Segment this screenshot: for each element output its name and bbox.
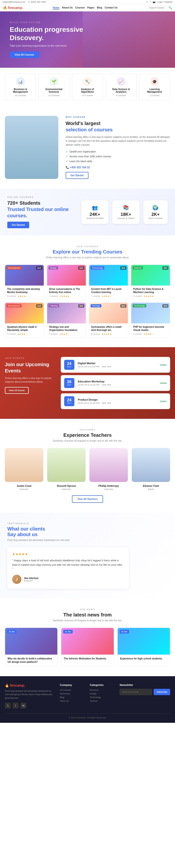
newsletter-email-input[interactable] [120, 689, 152, 695]
course-card-5[interactable]: Training $20 Strategy one and Organizati… [47, 303, 86, 338]
instagram-icon[interactable]: 📷 [153, 1, 155, 3]
course-price-6: $22 [120, 304, 126, 308]
search-input[interactable] [147, 6, 167, 10]
nav-contact[interactable]: Contact Us [105, 6, 118, 9]
course-title-3: Python for Data Science & Machine Learni… [133, 287, 168, 294]
category-name-3: Data Science & Analytics [108, 88, 134, 93]
category-card-0[interactable]: 📊 Business & Management 10 Courses [5, 73, 36, 100]
category-name-4: Learning Management [142, 88, 168, 93]
event-name-2: Product Design [78, 398, 156, 401]
event-time-1: 10:00 AM to 02:00 PM [78, 383, 99, 386]
footer-cat-1[interactable]: Design [90, 692, 115, 695]
event-item-0[interactable]: 24 Nov Digital Market 09:00 AM to 01:00 … [61, 357, 170, 373]
teacher-card-3[interactable]: Eleanor Fant Expert [132, 448, 170, 491]
course-body-7: PHP for beginners become Visual studio. … [131, 323, 170, 337]
news-grid: 21 Jan Why we decide to build a collabor… [5, 628, 170, 666]
why-get-started-button[interactable]: Get Started [66, 172, 88, 179]
nav-blog[interactable]: Blog [97, 6, 102, 9]
footer-company: Company All Courses Resources Blog About… [60, 683, 85, 709]
news-card-1[interactable]: 21 Jan The Intrinsic Motivation for Stud… [61, 628, 114, 666]
course-body-1: Drive conversations is The Entirely free… [47, 285, 86, 299]
why-description: Online learning offers a new way to expl… [66, 135, 170, 147]
events-section: JOIN EVENTS Join our Upcoming Events Onl… [0, 347, 175, 419]
category-card-4[interactable]: 🎓 Learning Management 2 Courses [139, 73, 170, 100]
teacher-card-0[interactable]: Justin Case Instructor [5, 448, 43, 491]
why-choose-section: WHY CHOOSE World's largest selection of … [0, 106, 175, 189]
course-meta-5: 5 Lessons ★★★★☆ [49, 333, 84, 335]
event-item-2[interactable]: 24 Dec Product Design 09:00 AM to 01:00 … [61, 393, 170, 409]
course-rating-7: ★★★★☆ [144, 333, 154, 335]
course-card-4[interactable]: Development $15 Quantum physics made it … [5, 303, 44, 338]
course-image-5: Training $20 [47, 303, 86, 323]
teacher-card-1[interactable]: Russell Sprout Instructor [47, 448, 86, 491]
footer-cat-0[interactable]: Business [90, 689, 115, 691]
event-item-1[interactable]: 26 Nov Education Workshop 10:00 AM to 02… [61, 375, 170, 391]
events-cta-button[interactable]: View All Events [5, 387, 29, 394]
nav-about[interactable]: About Us [62, 6, 73, 9]
footer-newsletter: Newsletter Subscribe [120, 683, 170, 709]
search-icon[interactable]: 🔍 [169, 6, 172, 9]
trending-description: Online learning offers a new way to expl… [5, 256, 170, 259]
course-rating-1: ★★★★★ [60, 295, 69, 298]
course-meta-0: 5 Lessons ★★★★☆ [7, 295, 42, 298]
event-day-2: 24 [67, 398, 72, 402]
check-icon-2: ✓ [66, 155, 68, 158]
news-card-2[interactable]: 21 Jan Experience for high school studen… [117, 628, 170, 666]
footer-company-heading: Company [60, 683, 85, 686]
event-status-0: Online [160, 364, 167, 366]
category-card-1[interactable]: 🌱 Environmental Sciences 10 Courses [38, 73, 69, 100]
footer-facebook-icon[interactable]: f [12, 703, 19, 709]
course-card-3[interactable]: Science $35 Python for Data Science & Ma… [131, 265, 170, 300]
course-image-7: Technology $18 [131, 303, 170, 323]
logo-icon: 🔥 [3, 6, 7, 10]
news-section: THE NEWS The latest news from Sarritivel… [0, 598, 175, 676]
view-all-teachers-button[interactable]: View All Teachers [72, 495, 103, 503]
footer-twitter-icon[interactable]: 𝕏 [5, 703, 11, 709]
category-card-2[interactable]: 🔧 Analysis of Algorithms 10 Courses [72, 73, 103, 100]
facebook-icon[interactable]: f [150, 1, 151, 3]
hero-subtitle: Take your learning organization to the n… [10, 44, 92, 47]
footer-link-2[interactable]: Blog [60, 696, 85, 699]
course-card-7[interactable]: Technology $18 PHP for beginners become … [131, 303, 170, 338]
nav-courses[interactable]: Courses [75, 6, 85, 9]
nav-pages[interactable]: Pages [87, 6, 94, 9]
stats-cta-button[interactable]: Get Started [7, 222, 29, 228]
course-image-3: Science $35 [131, 265, 170, 285]
footer-link-1[interactable]: Resources [60, 692, 85, 695]
course-card-2[interactable]: Technology $25 Scratch from MIT is Laced… [89, 265, 128, 300]
course-card-0[interactable]: Development $12 The completely web devel… [5, 265, 44, 300]
course-card-1[interactable]: Design $18 Drive conversations is The En… [47, 265, 86, 300]
logo: 🔥 firecamp. [3, 6, 23, 10]
stat-icon-0: 👥 [86, 205, 104, 211]
login-link[interactable]: Login / Register [157, 1, 173, 3]
category-icon-1: 🌱 [50, 77, 58, 86]
hero-cta-button[interactable]: View All Courses [10, 52, 39, 58]
course-rating-6: ★★★★★ [102, 333, 112, 335]
why-choose-person [5, 116, 58, 179]
event-name-0: Digital Market [78, 362, 156, 365]
footer-instagram-icon[interactable]: 📷 [21, 703, 26, 709]
course-rating-3: ★★★★★ [144, 295, 154, 298]
twitter-icon[interactable]: 𝕏 [146, 1, 148, 3]
course-lessons-1: 4 Lessons [49, 295, 58, 298]
course-lessons-5: 5 Lessons [49, 333, 58, 335]
category-card-3[interactable]: 📈 Data Science & Analytics 4 Courses [106, 73, 137, 100]
news-card-0[interactable]: 21 Jan Why we decide to build a collabor… [5, 628, 58, 666]
course-price-0: $12 [36, 266, 42, 270]
course-rating-4: ★★★★☆ [18, 333, 27, 335]
testimonial-author-info: Jim kitchen Instructor [24, 577, 39, 582]
topbar-phone: +1 (555) 456-7890 [28, 1, 46, 3]
stat-card-0: 👥 24K+ Students Enrolled [81, 200, 108, 224]
teacher-card-2[interactable]: Phillip Anthropy Instructor [89, 448, 128, 491]
stat-icon-2: 🌍 [148, 205, 163, 211]
footer-link-0[interactable]: All Courses [60, 689, 85, 691]
footer-cat-2[interactable]: Technology [90, 696, 115, 699]
nav-home[interactable]: Home [53, 6, 60, 9]
event-day-0: 24 [67, 362, 72, 366]
categories-grid: 📊 Business & Management 10 Courses 🌱 Env… [5, 73, 170, 100]
footer-link-3[interactable]: About Us [60, 700, 85, 702]
footer-cat-3[interactable]: Science [90, 700, 115, 702]
event-location-0: New York [102, 365, 111, 368]
newsletter-subscribe-button[interactable]: Subscribe [154, 689, 170, 695]
course-card-6[interactable]: Strategy $22 Gymnasium offers a small An… [89, 303, 128, 338]
